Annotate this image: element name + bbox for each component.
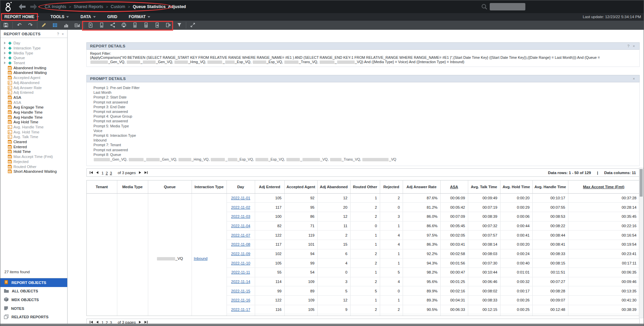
sidebar-object-day[interactable]: Day bbox=[2, 41, 67, 46]
column-header-day[interactable]: Day bbox=[227, 180, 255, 193]
sidebar-object-accepted-agent[interactable]: Accepted Agent bbox=[2, 75, 67, 80]
column-header-queue[interactable]: Queue bbox=[148, 180, 192, 193]
expand-triangle-icon[interactable] bbox=[2, 56, 7, 59]
page-number-2[interactable]: 2 bbox=[106, 171, 108, 175]
redo-icon[interactable]: ↷ bbox=[25, 21, 36, 29]
sidebar-object-routed-other[interactable]: Routed Other bbox=[2, 164, 67, 169]
sidebar-object-abandoned-waiting[interactable]: Abandoned Waiting bbox=[2, 70, 67, 75]
forward-arrow-icon[interactable] bbox=[29, 3, 38, 10]
column-header-media-type[interactable]: Media Type bbox=[117, 180, 148, 193]
sidebar-object-max-accept-time-fmt[interactable]: Max Accept Time (Fmt) bbox=[2, 154, 67, 159]
expand-triangle-icon[interactable] bbox=[2, 47, 7, 49]
day-link[interactable]: 2022-11-03 bbox=[231, 214, 250, 218]
sidebar-object-asa[interactable]: ASA bbox=[2, 100, 67, 105]
expand-triangle-icon[interactable] bbox=[2, 42, 7, 44]
sidebar-object-tenant[interactable]: Tenant bbox=[2, 60, 67, 66]
column-header-avg-talk-time[interactable]: Avg. Talk Time bbox=[468, 180, 500, 193]
prompt-details-close-icon[interactable]: × bbox=[631, 77, 637, 81]
interaction-type-link[interactable]: Inbound bbox=[194, 256, 208, 260]
day-link[interactable]: 2022-11-11 bbox=[231, 270, 250, 274]
sidebar-object-entered[interactable]: Entered bbox=[2, 144, 67, 149]
export-excel-icon[interactable] bbox=[129, 21, 140, 29]
sidebar-object-avg-handle-time[interactable]: Avg Handle Time bbox=[2, 115, 67, 120]
expand-triangle-icon[interactable] bbox=[2, 62, 7, 64]
graph-view-icon[interactable] bbox=[61, 21, 72, 29]
send-report-icon[interactable] bbox=[163, 21, 174, 29]
sidebar-object-rejected[interactable]: Rejected bbox=[2, 159, 67, 164]
column-header-avg-hold-time[interactable]: Avg. Hold Time bbox=[500, 180, 532, 193]
breadcrumb-custom[interactable]: Custom bbox=[111, 4, 125, 9]
column-header-asa[interactable]: ASA bbox=[440, 180, 468, 193]
edit-icon[interactable] bbox=[38, 21, 49, 29]
sidebar-tab-all-objects[interactable]: ALL OBJECTS bbox=[0, 287, 67, 296]
report-details-close-icon[interactable]: × bbox=[631, 44, 637, 48]
grid-view-icon[interactable] bbox=[49, 21, 61, 29]
sidebar-object-avg-hold-time[interactable]: Avg Hold Time bbox=[2, 120, 67, 125]
first-page-icon[interactable] bbox=[89, 171, 93, 174]
undo-icon[interactable]: ↶ bbox=[14, 21, 25, 29]
column-header-adj-abandoned[interactable]: Adj Abandoned bbox=[317, 180, 350, 193]
sidebar-object-cleared[interactable]: Cleared bbox=[2, 139, 67, 145]
menu-data[interactable]: DATA bbox=[75, 13, 102, 20]
next-page-icon[interactable] bbox=[138, 171, 142, 174]
column-header-adj-entered[interactable]: Adj Entered bbox=[255, 180, 284, 193]
column-header-accepted-agent[interactable]: Accepted Agent bbox=[284, 180, 317, 193]
sidebar-object-avg-talk-time[interactable]: fxAvg. Talk Time bbox=[2, 134, 67, 139]
sidebar-object-queue[interactable]: Queue bbox=[2, 55, 67, 60]
sidebar-object-media-type[interactable]: Media Type bbox=[2, 50, 67, 55]
day-link[interactable]: 2022-11-17 bbox=[231, 308, 250, 312]
day-link[interactable]: 2022-11-04 bbox=[231, 224, 250, 228]
column-header-rejected[interactable]: Rejected bbox=[380, 180, 403, 193]
menu-format[interactable]: FORMAT bbox=[123, 13, 156, 20]
scrollbar-thumb[interactable] bbox=[640, 169, 643, 197]
export-pdf-icon[interactable] bbox=[140, 21, 152, 29]
report-details-help-icon[interactable]: ? bbox=[626, 44, 631, 48]
day-link[interactable]: 2022-11-02 bbox=[231, 205, 250, 209]
sidebar-object-asa[interactable]: ASA bbox=[2, 95, 67, 100]
day-link[interactable]: 2022-11-08 bbox=[231, 242, 250, 246]
genesys-logo-icon[interactable] bbox=[4, 1, 14, 13]
last-page-icon[interactable] bbox=[144, 171, 148, 174]
column-header-interaction-type[interactable]: Interaction Type bbox=[192, 180, 227, 193]
panel-help-icon[interactable]: ? bbox=[55, 32, 60, 36]
day-link[interactable]: 2022-11-09 bbox=[231, 252, 250, 256]
sidebar-object-interaction-type[interactable]: Interaction Type bbox=[2, 46, 67, 51]
menu-report-home[interactable]: REPORT HOME bbox=[0, 13, 45, 20]
save-icon[interactable] bbox=[0, 21, 11, 29]
share-icon[interactable] bbox=[107, 21, 118, 29]
sidebar-object-avg-handle-time[interactable]: Avg Handle Time bbox=[2, 110, 67, 115]
maximize-icon[interactable] bbox=[187, 21, 198, 29]
sidebar-tab-related-reports[interactable]: RELATED REPORTS bbox=[0, 313, 67, 321]
day-link[interactable]: 2022-11-10 bbox=[231, 261, 250, 265]
print-icon[interactable] bbox=[118, 21, 129, 29]
sidebar-tab-notes[interactable]: NOTES bbox=[0, 304, 67, 313]
sidebar-object-short-abandoned-waiting[interactable]: Short Abandoned Waiting bbox=[2, 169, 67, 174]
column-header-avg-handle-time[interactable]: Avg. Handle Time bbox=[532, 180, 568, 193]
pdf-view-icon[interactable] bbox=[96, 21, 107, 29]
day-link[interactable]: 2022-11-01 bbox=[231, 196, 250, 200]
day-link[interactable]: 2022-11-15 bbox=[231, 289, 250, 293]
column-header-max-accept-time-fmt[interactable]: Max Accept Time (Fmt) bbox=[568, 180, 639, 193]
day-link[interactable]: 2022-11-16 bbox=[231, 298, 250, 302]
sidebar-object-adj-abandoned[interactable]: fxAdj Abandoned bbox=[2, 80, 67, 85]
day-link[interactable]: 2022-11-07 bbox=[231, 233, 250, 237]
sidebar-tab-mdx-objects[interactable]: MDX OBJECTS bbox=[0, 295, 67, 304]
panel-close-icon[interactable]: × bbox=[61, 32, 65, 36]
menu-tools[interactable]: TOOLS bbox=[45, 13, 75, 20]
sidebar-object-avg-handle-time[interactable]: fxAvg. Handle Time bbox=[2, 125, 67, 130]
search-icon[interactable] bbox=[481, 3, 488, 11]
sidebar-object-adj-entered[interactable]: fxAdj Entered bbox=[2, 90, 67, 95]
sidebar-object-avg-hold-time[interactable]: fxAvg. Hold Time bbox=[2, 129, 67, 134]
column-header-tenant[interactable]: Tenant bbox=[87, 180, 117, 193]
back-arrow-icon[interactable] bbox=[18, 3, 27, 10]
sidebar-object-avg-engage-time[interactable]: Avg Engage Time bbox=[2, 105, 67, 110]
sidebar-tab-report-objects[interactable]: REPORT OBJECTS bbox=[0, 278, 67, 287]
breadcrumb-cx-insights[interactable]: CX Insights bbox=[45, 4, 66, 9]
vertical-scrollbar[interactable] bbox=[639, 168, 643, 318]
design-mode-icon[interactable] bbox=[85, 21, 96, 29]
sidebar-object-abandoned-inviting[interactable]: Abandoned Inviting bbox=[2, 65, 67, 70]
day-link[interactable]: 2022-11-14 bbox=[231, 280, 250, 284]
grid-graph-view-icon[interactable] bbox=[72, 21, 83, 29]
page-number-3[interactable]: 3 bbox=[110, 171, 112, 175]
export-csv-icon[interactable] bbox=[152, 21, 163, 29]
